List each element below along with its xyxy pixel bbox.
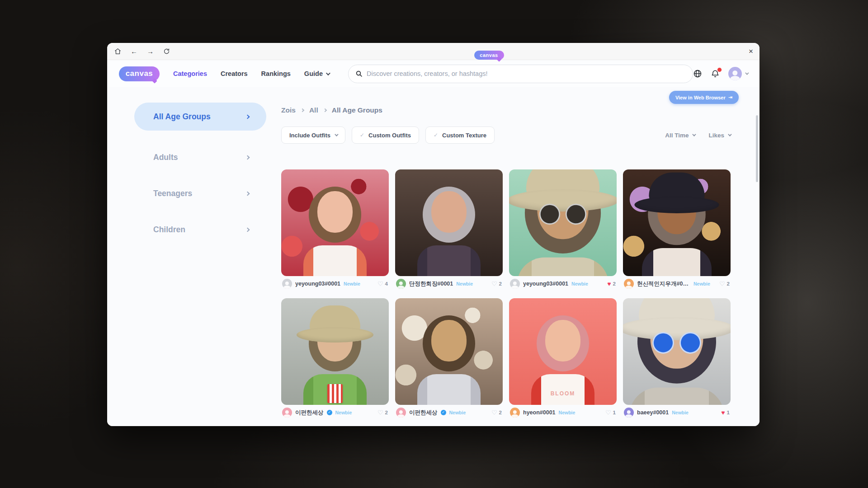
creator-badge: Newbie [693,281,710,286]
creation-card[interactable]: 헌신적인지우개#0001 ✓ Newbie ♡ 2 [623,169,731,291]
creation-card[interactable]: 이편한세상 ✓ Newbie ♡ 2 [395,298,503,420]
scrollbar-thumb[interactable] [756,115,758,182]
filter-row: Include Outfits ✓ Custom Outfits ✓ Custo… [281,127,731,144]
creation-card[interactable]: 단정한회장#0001 ✓ Newbie ♡ 2 [395,169,503,291]
creator-name[interactable]: 이편한세상 [409,409,438,417]
language-button[interactable] [693,69,702,78]
breadcrumb: Zois All All Age Groups [281,106,731,114]
breadcrumb-all[interactable]: All [309,106,318,114]
view-in-web-browser-button[interactable]: View in Web Browser ⇥ [669,91,739,104]
figure-prop [327,384,343,403]
filter-custom-outfits[interactable]: ✓ Custom Outfits [352,127,419,144]
creation-card[interactable]: yeyoung03#0001 ✓ Newbie ♥ 2 [509,169,617,291]
creator-avatar[interactable] [282,279,292,289]
nav-categories[interactable]: Categories [173,70,207,77]
like-button[interactable]: ♡ 2 [491,409,502,416]
like-icon: ♡ [491,409,497,416]
filter-custom-texture[interactable]: ✓ Custom Texture [425,127,495,144]
creator-badge: Newbie [672,410,689,415]
creator-name[interactable]: baeey#0001 [637,409,669,416]
creator-name[interactable]: 헌신적인지우개#0001 [637,280,690,288]
nav-rankings[interactable]: Rankings [261,70,291,77]
creation-card[interactable]: 이편한세상 ✓ Newbie ♡ 2 [281,298,389,420]
like-button[interactable]: ♡ 2 [491,281,502,287]
like-button[interactable]: ♡ 2 [719,281,730,287]
creations-grid: yeyoung03#0001 ✓ Newbie ♡ 4 [281,169,731,420]
creator-name[interactable]: 단정한회장#0001 [409,280,453,288]
sort-all-time[interactable]: All Time [665,132,695,139]
avatar-figure [281,169,389,276]
content-area: View in Web Browser ⇥ All Age Groups Adu… [107,87,760,426]
creator-badge: Newbie [559,410,576,415]
creator-avatar[interactable] [396,279,406,289]
creator-avatar[interactable] [510,408,520,418]
creation-image[interactable] [281,298,389,405]
creation-image[interactable]: BLOOM [509,298,617,405]
creator-name[interactable]: yeyoung03#0001 [295,281,340,287]
creator-avatar[interactable] [624,408,634,418]
reload-button[interactable] [163,48,170,55]
creator-name[interactable]: 이편한세상 [295,409,324,417]
back-arrow-icon: ← [131,48,137,55]
close-button[interactable]: × [749,47,753,56]
avatar-figure [281,298,389,405]
sort-likes[interactable]: Likes [708,132,731,139]
search-input[interactable] [367,70,686,77]
sidebar-item-adults[interactable]: Adults [134,150,266,164]
sidebar: All Age Groups Adults Teenagers Children [134,87,266,426]
canvas-logo[interactable]: canvas [119,66,160,81]
creator-name[interactable]: yeyoung03#0001 [523,281,568,287]
nav-guide[interactable]: Guide [304,70,329,77]
profile-menu[interactable] [728,67,748,80]
verified-icon: ✓ [327,410,332,415]
filter-include-outfits[interactable]: Include Outfits [281,127,345,144]
creation-image[interactable] [623,169,731,276]
creation-card[interactable]: yeyoung03#0001 ✓ Newbie ♡ 4 [281,169,389,291]
like-count: 1 [613,410,616,415]
creator-avatar[interactable] [624,279,634,289]
creation-image[interactable] [509,169,617,276]
like-button[interactable]: ♥ 1 [721,409,730,416]
forward-button[interactable]: → [147,48,154,55]
card-meta: yeyoung03#0001 ✓ Newbie ♡ 4 [281,276,389,291]
breadcrumb-zois[interactable]: Zois [281,106,296,114]
creation-image[interactable] [395,169,503,276]
app-window: ← → canvas × canvas Categories Creators … [107,43,760,426]
creator-avatar[interactable] [510,279,520,289]
creation-image[interactable] [281,169,389,276]
search-bar[interactable] [348,65,693,83]
avatar-figure [395,169,503,276]
chevron-down-icon [326,71,330,75]
creator-badge: Newbie [449,410,466,415]
sidebar-item-teenagers[interactable]: Teenagers [134,187,266,200]
like-count: 2 [499,410,502,415]
home-button[interactable] [114,48,121,55]
creation-card[interactable]: BLOOM hyeon#0001 ✓ Newbie ♡ 1 [509,298,617,420]
figure-torso [417,245,481,276]
search-icon [355,70,363,77]
like-button[interactable]: ♡ 4 [377,281,388,287]
back-button[interactable]: ← [131,48,137,55]
notification-dot [717,67,722,72]
creation-card[interactable]: baeey#0001 ✓ Newbie ♥ 1 [623,298,731,420]
like-button[interactable]: ♡ 2 [377,409,388,416]
creation-image[interactable] [395,298,503,405]
avatar-figure: BLOOM [509,298,617,405]
notifications-button[interactable] [711,69,720,78]
like-button[interactable]: ♡ 1 [605,409,616,416]
creation-image[interactable] [623,298,731,405]
sidebar-item-all-age-groups[interactable]: All Age Groups [134,103,266,131]
card-meta: baeey#0001 ✓ Newbie ♥ 1 [623,405,731,420]
chevron-right-icon [245,114,250,119]
sidebar-item-children[interactable]: Children [134,223,266,236]
chevron-right-icon [245,191,250,196]
like-button[interactable]: ♥ 2 [607,281,616,287]
nav-creators[interactable]: Creators [221,70,248,77]
card-meta: 헌신적인지우개#0001 ✓ Newbie ♡ 2 [623,276,731,291]
check-icon: ✓ [360,132,364,138]
creator-avatar[interactable] [282,408,292,418]
creator-avatar[interactable] [396,408,406,418]
figure-torso [629,388,724,405]
creator-name[interactable]: hyeon#0001 [523,409,556,416]
titlebar-canvas-logo: canvas [474,51,504,60]
